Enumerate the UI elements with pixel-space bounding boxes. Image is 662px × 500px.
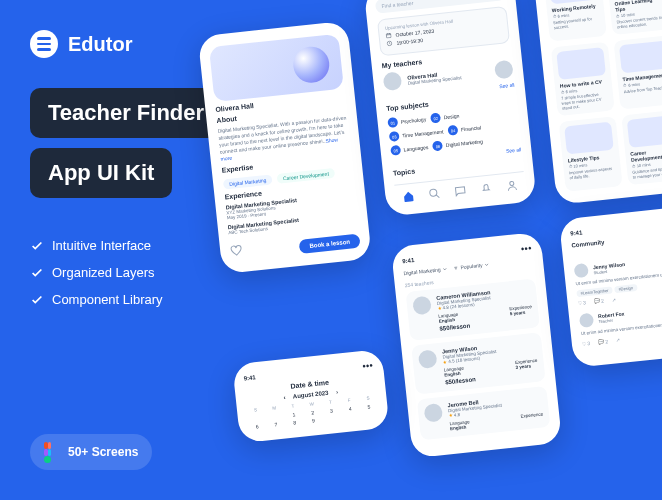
check-icon: [30, 239, 44, 253]
profile-hero: [209, 34, 344, 102]
cal-date[interactable]: 3: [323, 407, 340, 415]
subject-chip[interactable]: 04Financial: [448, 122, 482, 135]
cal-day-label: T: [322, 399, 339, 406]
upcoming-lesson-card[interactable]: Upcoming lesson with Olivera Hall Octobe…: [377, 6, 510, 56]
cal-day-label: F: [341, 397, 358, 404]
bell-icon[interactable]: [480, 182, 493, 195]
card-thumbnail: [619, 41, 662, 74]
svg-point-3: [510, 181, 514, 185]
filter-subject[interactable]: Digital Marketing: [403, 266, 448, 277]
post-tag[interactable]: #Design: [614, 284, 637, 293]
title-line-1: Teacher Finder: [30, 88, 222, 138]
subject-chip[interactable]: 02Design: [430, 111, 459, 124]
screens-badge: 50+ Screens: [30, 434, 152, 470]
comment-icon[interactable]: 💬 2: [598, 338, 609, 345]
content-card[interactable]: How to write a CV⏱ 6 mins7 simple but ef…: [551, 42, 615, 117]
cal-date[interactable]: 5: [360, 403, 377, 411]
card-thumbnail: [564, 122, 614, 155]
cal-date[interactable]: 2: [304, 409, 321, 417]
cal-date[interactable]: 6: [249, 422, 266, 430]
badge-text: 50+ Screens: [68, 445, 138, 459]
check-icon: [30, 266, 44, 280]
cal-day-label: S: [359, 395, 376, 402]
cal-date: [248, 415, 265, 423]
heart-icon[interactable]: [230, 244, 243, 257]
card-thumbnail: [556, 47, 606, 80]
phone-mockups-group: Olivera Hall About Digital Marketing Spe…: [195, 0, 662, 500]
phone-datetime: 9:41●●● Date & time ‹ August 2023 › SMTW…: [232, 349, 389, 443]
comment-icon[interactable]: 💬 2: [593, 297, 604, 304]
like-icon[interactable]: ♡ 3: [577, 299, 586, 306]
calendar-icon: [385, 32, 392, 39]
lesson-time: 19:00-19:30: [396, 37, 423, 46]
teacher-card[interactable]: Jerome BellDigital Marketing Specialist★…: [417, 386, 551, 440]
bottom-nav: [394, 171, 525, 203]
teacher-card[interactable]: Jenny WilsonDigital Marketing Specialist…: [411, 332, 545, 394]
subject-chip[interactable]: 06Digital Marketing: [432, 136, 483, 151]
cal-day-label: S: [247, 407, 264, 414]
content-card[interactable]: Career Development⏱ 10 minsGuidance and …: [621, 110, 662, 186]
avatar: [423, 403, 443, 423]
feature-2-label: Organized Layers: [52, 265, 155, 280]
phone-teacher-list: 9:41●●● Digital Marketing Popularity 254…: [391, 232, 562, 459]
sort-icon: [453, 265, 458, 270]
home-icon[interactable]: [402, 190, 415, 203]
profile-icon[interactable]: [505, 179, 518, 192]
cal-day-label: W: [303, 401, 320, 408]
chat-icon[interactable]: [454, 184, 467, 197]
clock-icon: [386, 40, 393, 47]
subject-chip[interactable]: 05Languages: [390, 142, 429, 156]
cal-date: [266, 413, 283, 421]
like-icon[interactable]: ♡ 3: [582, 340, 591, 347]
expertise-chip[interactable]: Career Development: [276, 168, 335, 184]
figma-icon: [44, 442, 58, 462]
avatar: [412, 296, 432, 316]
title-line-2: App UI Kit: [30, 148, 172, 198]
avatar: [418, 349, 438, 369]
chevron-down-icon: [442, 266, 447, 271]
feature-1-label: Intuitive Interface: [52, 238, 151, 253]
avatar: [574, 263, 589, 278]
content-card[interactable]: Working Remotely⏱ 6 minsSetting yourself…: [543, 0, 607, 42]
community-post[interactable]: Robert FoxTeacherUt enim ad minima venia…: [579, 301, 662, 346]
chevron-down-icon: [484, 262, 489, 267]
cal-date[interactable]: 7: [267, 421, 284, 429]
logo-icon: [30, 30, 58, 58]
cal-date[interactable]: 4: [341, 405, 358, 413]
book-lesson-button[interactable]: Book a lesson: [299, 234, 361, 254]
next-month-button[interactable]: ›: [336, 389, 339, 395]
filter-sort[interactable]: Popularity: [453, 261, 490, 271]
card-thumbnail: [627, 115, 662, 148]
status-time: 9:41: [402, 257, 415, 264]
check-icon: [30, 293, 44, 307]
cal-date[interactable]: 9: [305, 417, 322, 425]
community-post[interactable]: Jenny WilsonStudentUt enim ad minima ven…: [574, 252, 662, 306]
cal-date[interactable]: 8: [286, 419, 303, 427]
phone-community: 9:41●●● Community Following Jenny Wilson…: [559, 205, 662, 368]
content-card[interactable]: Lifestyle Tips⏱ 10 minsImprove various a…: [559, 116, 623, 192]
prev-month-button[interactable]: ‹: [283, 394, 286, 400]
content-card[interactable]: Online Learning Tips⏱ 10 minsDiscover cu…: [606, 0, 662, 35]
avatar: [494, 60, 514, 80]
search-nav-icon[interactable]: [428, 187, 441, 200]
subject-chip[interactable]: 03Time Management: [389, 126, 444, 142]
tab-community[interactable]: Community: [571, 239, 604, 248]
content-card[interactable]: Time Management⏱ 6 minsAdvice from Top T…: [613, 35, 662, 110]
avatar: [579, 312, 594, 327]
expertise-chip[interactable]: Digital Marketing: [223, 174, 273, 189]
avatar: [383, 71, 403, 91]
cal-day-label: T: [284, 403, 301, 410]
cal-day-label: M: [266, 405, 283, 412]
share-icon[interactable]: ↗: [611, 296, 616, 302]
status-time: 9:41: [243, 374, 256, 381]
status-time: 9:41: [570, 229, 583, 236]
post-tag[interactable]: #LearnTogether: [576, 286, 613, 297]
phone-content: Working Remotely⏱ 6 minsSetting yourself…: [532, 0, 662, 205]
share-icon[interactable]: ↗: [616, 337, 621, 343]
phone-home: Find a teacher Upcoming lesson with Oliv…: [364, 0, 537, 217]
feature-3-label: Component Library: [52, 292, 163, 307]
teacher-card[interactable]: Cameron WilliamsonDigital Marketing Spec…: [406, 279, 540, 341]
cal-date[interactable]: 1: [285, 411, 302, 419]
phone-profile: Olivera Hall About Digital Marketing Spe…: [198, 21, 372, 274]
subject-chip[interactable]: 01Psychology: [387, 114, 426, 128]
